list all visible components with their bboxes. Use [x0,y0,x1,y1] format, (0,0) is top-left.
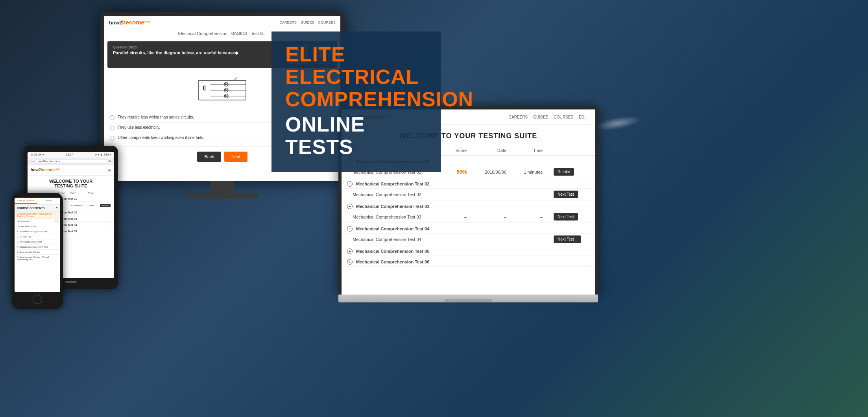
group-header-2[interactable]: − Mechanical Comprehension Test 02 [342,178,595,189]
phone-sidebar-item[interactable]: 2. 10 Top Tips [15,234,60,239]
url-input[interactable]: how2become.com [36,159,107,163]
phone-tabs: Course Syllabus Notes [15,198,60,205]
tablet-status-bar: ⊙ 02-UK ▾ 10:27 ⊳ ♦ ▲ 75% ▪ [28,152,114,158]
expand-icon-3: − [347,204,353,209]
next-test-button-2[interactable]: Next Test [554,191,578,198]
tablet-suite-title: WELCOME TO YOURTESTING SUITE [28,176,114,190]
group-header-6[interactable]: + Mechanical Comprehension Test 06 [342,256,595,267]
back-arrow[interactable]: ‹ [31,160,31,163]
back-button[interactable]: Back [197,152,221,162]
phone-sidebar-item[interactable]: 3. The Application Form [15,239,60,245]
tablet-logo: how2becomecom [31,168,60,172]
circuit-svg [191,72,254,108]
phone-sidebar-item[interactable]: 6. Assessment Centre - Verbal Reasoning … [15,255,60,262]
phone-sidebar-item[interactable]: Online Police Officer Recruitment Traini… [15,211,60,219]
expand-icon-4: − [347,226,353,232]
nav-careers[interactable]: CAREERS [279,20,297,24]
monitor-stand-neck [211,181,234,193]
expand-icon-6: + [347,259,353,265]
group-header-5[interactable]: + Mechanical Comprehension Test 05 [342,245,595,256]
question-text: Parallel circuits, like the diagram belo… [113,50,284,56]
hero-line2: COMPREHENSION [285,88,427,111]
phone-screen: Course Syllabus Notes COURSE CONTENTS ✕ … [15,198,60,292]
expand-icon-2: − [347,181,353,187]
tablet-url-bar: ‹ › how2become.com ↻ [28,158,114,165]
phone-home-button[interactable] [33,295,42,304]
nav-guides[interactable]: GUIDES [301,20,314,24]
laptop-base [338,295,598,302]
quiz-nav: CAREERS GUIDES COURSES [279,20,336,24]
light-flare [593,113,642,133]
nav-guides-laptop[interactable]: GUIDES [533,115,548,119]
table-row: Mechanical Comprehension Test 02 – – – N… [342,189,595,200]
nav-edu-laptop[interactable]: EDI... [579,115,589,119]
answer-text-2: They use less electricity. [118,125,160,130]
nav-courses-laptop[interactable]: COURSES [554,115,573,119]
close-icon[interactable]: ✕ [55,206,58,209]
monitor-stand-base [187,193,258,198]
expand-icon-5: + [347,248,353,254]
phone-sidebar-item[interactable]: 1. Introduction to your course [15,229,60,234]
nav-courses[interactable]: COURSES [318,20,336,24]
refresh-icon[interactable]: ↻ [109,160,111,163]
suite-nav: CAREERS GUIDES COURSES EDI... [509,115,589,119]
svg-line-20 [234,78,237,80]
tablet-header: how2becomecom ≡ [28,165,114,176]
next-test-button-4[interactable]: Next Test _ [554,235,581,243]
next-test-button-3[interactable]: Next Test [554,213,578,221]
phone-sidebar-item[interactable]: No Preview 15 [15,219,60,224]
table-row: Mechanical Comprehension Test 04 – – – N… [342,234,595,245]
table-row: Mechanical Comprehension Test 03 – – – N… [342,211,595,223]
radio-2 [110,126,115,130]
group-header-4[interactable]: − Mechanical Comprehension Test 04 [342,223,595,234]
radio-1 [110,115,115,120]
col-date: Date [472,146,512,156]
phone-outer: Course Syllabus Notes COURSE CONTENTS ✕ … [12,193,63,309]
hamburger-icon[interactable]: ≡ [108,167,111,173]
quiz-logo: how2becomecom [109,19,150,26]
col-score: Score [445,146,472,156]
retake-button-1[interactable]: Retake [554,168,574,176]
forward-arrow[interactable]: › [33,160,34,163]
group-header-3[interactable]: − Mechanical Comprehension Test 03 [342,200,595,211]
question-meta: Question 10/25 [113,45,284,49]
phone: Course Syllabus Notes COURSE CONTENTS ✕ … [12,193,63,309]
phone-sidebar-title: COURSE CONTENTS ✕ [15,205,60,211]
hero-text-overlay: ELITE ELECTRICAL COMPREHENSION ONLINE TE… [271,32,441,172]
tab-course-syllabus[interactable]: Course Syllabus [15,198,37,204]
phone-sidebar-item[interactable]: 4. Situational Judgement Test [15,245,60,250]
phone-sidebar-item[interactable]: Course Description [15,224,60,229]
tablet-retake-btn[interactable]: Retake [100,204,111,207]
hero-line1: ELITE ELECTRICAL [285,43,427,88]
quiz-header: how2becomecom CAREERS GUIDES COURSES [104,16,340,29]
tab-notes[interactable]: Notes [37,198,60,204]
next-button[interactable]: Next [224,152,247,162]
col-time: Time [512,146,548,156]
answer-text-1: They require less wiring than series cir… [118,115,194,119]
answer-text-3: Other components keep working even if on… [118,135,204,140]
hero-line3: ONLINE TESTS [285,113,427,158]
tablet-home-indicator [65,281,77,283]
nav-careers-laptop[interactable]: CAREERS [509,115,528,119]
radio-3 [110,136,115,141]
phone-sidebar-item[interactable]: 5. Assessment Centre [15,250,60,255]
